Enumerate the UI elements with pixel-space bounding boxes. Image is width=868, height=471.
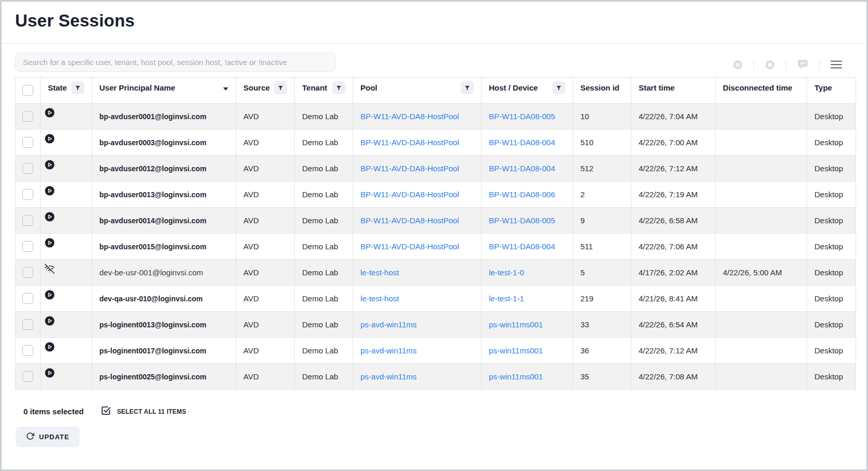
pool-link[interactable]: le-test-host — [360, 294, 399, 303]
table-row: bp-avduser0014@loginvsi.com AVD Demo Lab… — [16, 208, 856, 234]
sessions-table: State User Principal Name Source Tenant — [15, 77, 856, 390]
row-checkbox[interactable] — [22, 293, 33, 304]
pool-link[interactable]: BP-W11-AVD-DA8-HostPool — [360, 242, 459, 251]
type-cell: Desktop — [807, 104, 856, 130]
column-header-start-time: Start time — [631, 78, 716, 104]
type-cell: Desktop — [807, 260, 856, 286]
stop-circle-icon — [765, 60, 775, 71]
pool-link[interactable]: BP-W11-AVD-DA8-HostPool — [360, 190, 459, 199]
session-active-icon — [45, 186, 55, 196]
start-time-cell: 4/17/26, 2:02 AM — [631, 260, 716, 286]
user-principal-name: ps-loginent0025@loginvsi.com — [92, 364, 236, 390]
row-checkbox[interactable] — [22, 241, 33, 252]
start-time-cell: 4/22/26, 7:00 AM — [631, 130, 716, 156]
pool-link[interactable]: BP-W11-AVD-DA8-HostPool — [360, 138, 459, 147]
session-id-cell: 2 — [573, 182, 631, 208]
pool-link[interactable]: BP-W11-AVD-DA8-HostPool — [360, 216, 459, 225]
host-device-link[interactable]: ps-win11ms001 — [489, 372, 543, 381]
message-button[interactable] — [786, 59, 819, 71]
tenant-cell: Demo Lab — [295, 208, 353, 234]
row-checkbox[interactable] — [22, 345, 33, 356]
pool-link[interactable]: ps-avd-win11ms — [360, 320, 417, 329]
pool-link[interactable]: ps-avd-win11ms — [360, 372, 417, 381]
table-row: dev-be-usr-001@loginvsi.com AVD Demo Lab… — [16, 260, 856, 286]
column-label: Disconnected time — [723, 83, 792, 92]
filter-icon[interactable] — [461, 81, 474, 94]
pool-link[interactable]: BP-W11-AVD-DA8-HostPool — [360, 112, 459, 121]
user-principal-name: dev-qa-usr-010@loginvsi.com — [92, 286, 236, 312]
host-device-link[interactable]: BP-W11-DA08-004 — [489, 164, 555, 173]
host-device-link[interactable]: le-test-1-0 — [489, 268, 524, 277]
start-time-cell: 4/22/26, 7:12 AM — [631, 338, 716, 364]
host-device-link[interactable]: BP-W11-DA08-006 — [489, 190, 555, 199]
type-cell: Desktop — [807, 156, 856, 182]
pool-link[interactable]: le-test-host — [360, 268, 399, 277]
start-time-cell: 4/22/26, 7:19 AM — [631, 182, 716, 208]
user-principal-name: bp-avduser0014@loginvsi.com — [92, 208, 236, 234]
source-cell: AVD — [236, 104, 295, 130]
session-id-cell: 510 — [573, 130, 631, 156]
source-cell: AVD — [236, 260, 295, 286]
column-label: Session id — [580, 83, 619, 92]
row-checkbox[interactable] — [22, 163, 33, 174]
user-principal-name: ps-loginent0017@loginvsi.com — [92, 338, 236, 364]
table-header-row: State User Principal Name Source Tenant — [16, 78, 856, 104]
menu-button[interactable] — [820, 60, 853, 70]
host-device-link[interactable]: BP-W11-DA08-004 — [489, 138, 555, 147]
pause-session-button[interactable] — [722, 60, 754, 71]
column-header-tenant: Tenant — [295, 78, 353, 104]
column-label: State — [48, 83, 67, 92]
tenant-cell: Demo Lab — [295, 156, 353, 182]
start-time-cell: 4/22/26, 7:06 AM — [631, 234, 716, 260]
select-all-checkbox[interactable] — [22, 85, 33, 96]
table-row: bp-avduser0015@loginvsi.com AVD Demo Lab… — [16, 234, 856, 260]
host-device-link[interactable]: BP-W11-DA08-005 — [489, 112, 555, 121]
host-device-link[interactable]: ps-win11ms001 — [489, 346, 543, 355]
row-checkbox[interactable] — [22, 189, 33, 200]
session-active-icon — [45, 290, 55, 300]
session-active-icon — [45, 108, 55, 118]
row-checkbox[interactable] — [22, 215, 33, 226]
host-device-link[interactable]: BP-W11-DA08-005 — [489, 216, 555, 225]
table-row: bp-avduser0012@loginvsi.com AVD Demo Lab… — [16, 156, 856, 182]
column-header-source: Source — [236, 78, 295, 104]
type-cell: Desktop — [807, 234, 856, 260]
table-row: bp-avduser0013@loginvsi.com AVD Demo Lab… — [16, 182, 856, 208]
row-checkbox[interactable] — [22, 111, 33, 122]
row-checkbox[interactable] — [22, 371, 33, 382]
filter-icon[interactable] — [71, 81, 84, 94]
select-all-items-button[interactable]: SELECT ALL 11 ITEMS — [101, 405, 186, 417]
toolbar-actions — [722, 59, 853, 71]
start-time-cell: 4/22/26, 6:54 AM — [631, 312, 716, 338]
pool-link[interactable]: ps-avd-win11ms — [360, 346, 417, 355]
sort-descending-icon[interactable] — [223, 83, 228, 92]
user-principal-name: dev-be-usr-001@loginvsi.com — [92, 260, 236, 286]
session-active-icon — [45, 368, 55, 378]
host-device-link[interactable]: le-test-1-1 — [489, 294, 524, 303]
row-checkbox[interactable] — [22, 137, 33, 148]
filter-icon[interactable] — [552, 81, 565, 94]
source-cell: AVD — [236, 312, 295, 338]
pool-link[interactable]: BP-W11-AVD-DA8-HostPool — [360, 164, 459, 173]
row-checkbox[interactable] — [22, 319, 33, 330]
filter-icon[interactable] — [332, 81, 345, 94]
user-principal-name: bp-avduser0015@loginvsi.com — [92, 234, 236, 260]
column-header-host-device: Host / Device — [482, 78, 573, 104]
type-cell: Desktop — [807, 312, 856, 338]
filter-icon[interactable] — [274, 81, 287, 94]
tenant-cell: Demo Lab — [295, 260, 353, 286]
host-device-link[interactable]: BP-W11-DA08-004 — [489, 242, 555, 251]
column-header-state: State — [41, 78, 92, 104]
user-principal-name: bp-avduser0013@loginvsi.com — [92, 182, 236, 208]
start-time-cell: 4/22/26, 6:58 AM — [631, 208, 716, 234]
search-input[interactable] — [15, 53, 335, 72]
source-cell: AVD — [236, 130, 295, 156]
tenant-cell: Demo Lab — [295, 364, 353, 390]
host-device-link[interactable]: ps-win11ms001 — [489, 320, 543, 329]
update-button[interactable]: UPDATE — [16, 427, 80, 447]
row-checkbox[interactable] — [22, 267, 33, 278]
table-row: bp-avduser0003@loginvsi.com AVD Demo Lab… — [16, 130, 856, 156]
stop-session-button[interactable] — [754, 60, 786, 71]
table-row: ps-loginent0017@loginvsi.com AVD Demo La… — [16, 338, 856, 364]
tenant-cell: Demo Lab — [295, 104, 353, 130]
